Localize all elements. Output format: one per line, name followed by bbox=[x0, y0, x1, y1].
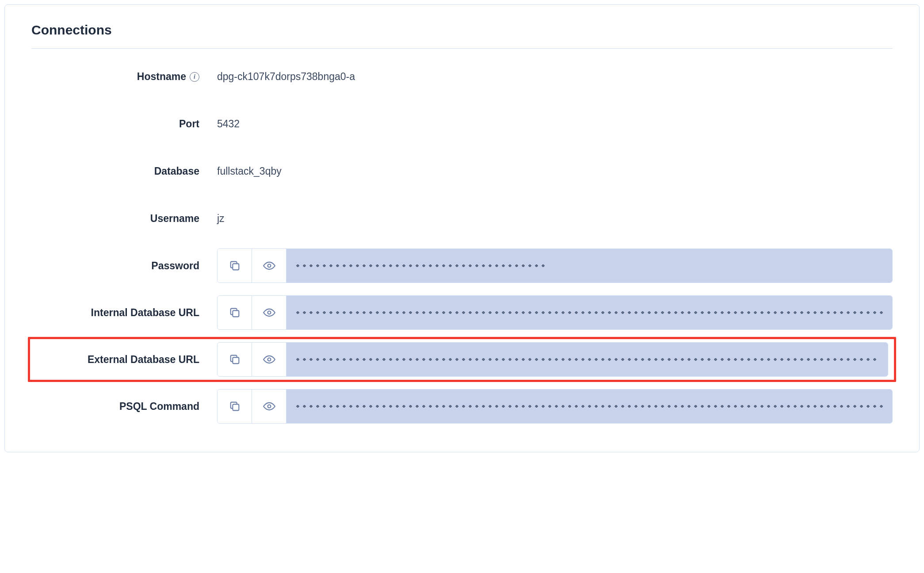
psql-masked bbox=[286, 390, 892, 423]
external-url-label: External Database URL bbox=[31, 354, 217, 366]
svg-point-5 bbox=[267, 358, 271, 361]
svg-rect-6 bbox=[233, 404, 239, 410]
reveal-button[interactable] bbox=[252, 249, 286, 283]
connections-panel: Connections Hostname i dpg-ck107k7dorps7… bbox=[4, 4, 920, 452]
copy-button[interactable] bbox=[218, 343, 252, 376]
copy-button[interactable] bbox=[218, 296, 252, 329]
svg-rect-2 bbox=[233, 310, 239, 317]
svg-rect-0 bbox=[233, 264, 239, 270]
copy-icon bbox=[229, 400, 241, 413]
eye-icon bbox=[263, 353, 275, 366]
svg-rect-4 bbox=[233, 357, 239, 363]
external-url-row: External Database URL bbox=[31, 342, 893, 377]
hostname-value: dpg-ck107k7dorps738bnga0-a bbox=[217, 71, 893, 83]
internal-url-value bbox=[217, 295, 893, 330]
password-label: Password bbox=[31, 260, 217, 272]
username-label: Username bbox=[31, 213, 217, 225]
copy-icon bbox=[229, 353, 241, 366]
reveal-button[interactable] bbox=[252, 343, 286, 376]
port-row: Port 5432 bbox=[31, 100, 893, 148]
psql-label: PSQL Command bbox=[31, 401, 217, 413]
copy-icon bbox=[229, 306, 241, 319]
password-value bbox=[217, 248, 893, 283]
username-row: Username jz bbox=[31, 195, 893, 242]
svg-point-1 bbox=[267, 264, 271, 267]
external-url-field bbox=[217, 342, 888, 377]
username-value: jz bbox=[217, 213, 893, 225]
password-field bbox=[217, 248, 893, 283]
info-icon[interactable]: i bbox=[190, 72, 199, 82]
hostname-row: Hostname i dpg-ck107k7dorps738bnga0-a bbox=[31, 53, 893, 100]
hostname-label: Hostname i bbox=[31, 71, 217, 83]
reveal-button[interactable] bbox=[252, 296, 286, 329]
external-url-highlight: External Database URL bbox=[27, 336, 897, 383]
database-label: Database bbox=[31, 165, 217, 177]
svg-point-7 bbox=[267, 405, 271, 408]
internal-url-field bbox=[217, 295, 893, 330]
port-label: Port bbox=[31, 118, 217, 130]
password-row: Password bbox=[31, 242, 893, 289]
database-value: fullstack_3qby bbox=[217, 165, 893, 177]
external-url-masked bbox=[286, 343, 888, 376]
internal-url-row: Internal Database URL bbox=[31, 289, 893, 336]
copy-button[interactable] bbox=[218, 249, 252, 283]
eye-icon bbox=[263, 306, 275, 319]
dots-mask bbox=[294, 311, 884, 314]
copy-button[interactable] bbox=[218, 390, 252, 423]
reveal-button[interactable] bbox=[252, 390, 286, 423]
dots-mask bbox=[294, 405, 884, 408]
dots-mask bbox=[294, 358, 880, 361]
panel-title: Connections bbox=[31, 23, 893, 49]
fields-list: Hostname i dpg-ck107k7dorps738bnga0-a Po… bbox=[31, 53, 893, 430]
external-url-value bbox=[217, 342, 893, 377]
eye-icon bbox=[263, 400, 275, 413]
internal-url-masked bbox=[286, 296, 892, 329]
database-row: Database fullstack_3qby bbox=[31, 148, 893, 195]
port-value: 5432 bbox=[217, 118, 893, 130]
dots-mask bbox=[294, 264, 546, 267]
psql-value bbox=[217, 389, 893, 424]
internal-url-label: Internal Database URL bbox=[31, 307, 217, 319]
psql-row: PSQL Command bbox=[31, 383, 893, 430]
psql-field bbox=[217, 389, 893, 424]
password-masked bbox=[286, 249, 892, 283]
svg-point-3 bbox=[267, 311, 271, 314]
copy-icon bbox=[229, 260, 241, 272]
eye-icon bbox=[263, 260, 275, 272]
